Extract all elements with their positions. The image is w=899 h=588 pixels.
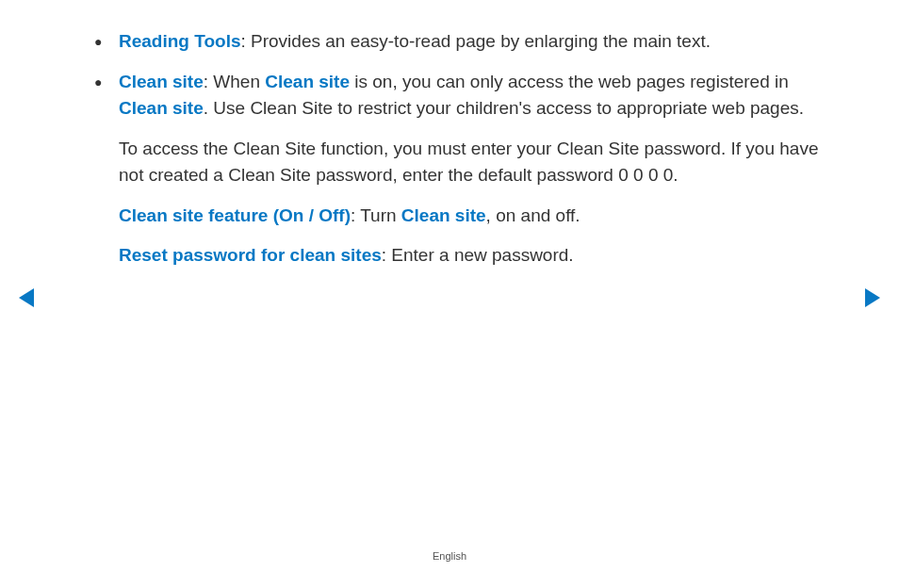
- bullet-clean-site: Clean site: When Clean site is on, you c…: [94, 69, 824, 122]
- bullet-reading-tools: Reading Tools: Provides an easy-to-read …: [94, 28, 824, 56]
- term-clean-site: Clean site: [119, 72, 204, 91]
- text-reading-tools: : Provides an easy-to-read page by enlar…: [240, 31, 711, 51]
- seg: is on, you can only access the web pages…: [350, 72, 789, 91]
- next-page-arrow-icon[interactable]: [865, 288, 880, 307]
- seg: , on and off.: [486, 205, 580, 225]
- previous-page-arrow-icon[interactable]: [19, 288, 34, 307]
- inline-clean-site-1: Clean site: [265, 72, 350, 91]
- text-reset-password: : Enter a new password.: [382, 245, 574, 265]
- inline-clean-site-3: Clean site: [401, 205, 486, 225]
- inline-clean-site-2: Clean site: [119, 98, 204, 118]
- paragraph-password-info: To access the Clean Site function, you m…: [94, 136, 824, 189]
- term-feature-toggle: Clean site feature (On / Off): [119, 205, 351, 225]
- term-reset-password: Reset password for clean sites: [119, 245, 382, 265]
- term-reading-tools: Reading Tools: [119, 31, 240, 51]
- document-content: Reading Tools: Provides an easy-to-read …: [0, 0, 899, 270]
- footer-language: English: [0, 550, 899, 562]
- paragraph-feature-toggle: Clean site feature (On / Off): Turn Clea…: [94, 203, 824, 230]
- paragraph-reset-password: Reset password for clean sites: Enter a …: [94, 242, 824, 270]
- seg: . Use Clean Site to restrict your childr…: [204, 98, 804, 118]
- seg: : When: [204, 72, 265, 91]
- seg: : Turn: [351, 205, 401, 225]
- bullet-list: Reading Tools: Provides an easy-to-read …: [94, 28, 824, 122]
